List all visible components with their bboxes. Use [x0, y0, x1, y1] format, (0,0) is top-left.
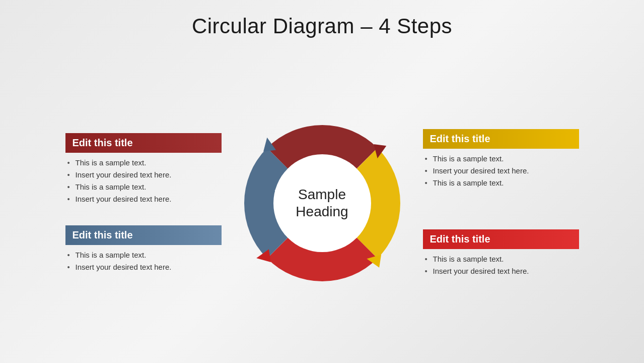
list-item: This is a sample text. — [67, 181, 222, 193]
panel-bottom-left: Edit this title This is a sample text. I… — [65, 225, 222, 273]
panel-bottom-right-title[interactable]: Edit this title — [423, 229, 579, 249]
panel-top-left-bullets: This is a sample text. Insert your desir… — [65, 157, 222, 205]
list-item: Insert your desired text here. — [425, 265, 579, 277]
list-item: This is a sample text. — [67, 249, 222, 261]
panel-top-right: Edit this title This is a sample text. I… — [423, 129, 579, 189]
list-item: This is a sample text. — [67, 157, 222, 169]
slide-title[interactable]: Circular Diagram – 4 Steps — [192, 14, 452, 38]
list-item: Insert your desired text here. — [67, 261, 222, 273]
list-item: Insert your desired text here. — [425, 165, 579, 177]
panel-bottom-right-bullets: This is a sample text. Insert your desir… — [423, 253, 579, 277]
list-item: Insert your desired text here. — [67, 169, 222, 181]
panel-top-left: Edit this title This is a sample text. I… — [65, 133, 222, 205]
content-area: Edit this title This is a sample text. I… — [0, 43, 644, 363]
panel-bottom-left-bullets: This is a sample text. Insert your desir… — [65, 249, 222, 273]
list-item: This is a sample text. — [425, 253, 579, 265]
svg-point-4 — [273, 154, 371, 252]
panel-top-right-title[interactable]: Edit this title — [423, 129, 579, 149]
slide: Circular Diagram – 4 Steps Edit this tit… — [0, 0, 644, 363]
panel-top-left-title[interactable]: Edit this title — [65, 133, 222, 153]
panel-bottom-right: Edit this title This is a sample text. I… — [423, 229, 579, 277]
list-item: This is a sample text. — [425, 153, 579, 165]
list-item: This is a sample text. — [425, 177, 579, 189]
circular-diagram[interactable]: Edit here Edit here Edit here Edit here … — [237, 117, 408, 289]
list-item: Insert your desired text here. — [67, 193, 222, 205]
left-panels: Edit this title This is a sample text. I… — [65, 133, 222, 273]
panel-top-right-bullets: This is a sample text. Insert your desir… — [423, 153, 579, 189]
right-panels: Edit this title This is a sample text. I… — [423, 129, 579, 277]
panel-bottom-left-title[interactable]: Edit this title — [65, 225, 222, 245]
